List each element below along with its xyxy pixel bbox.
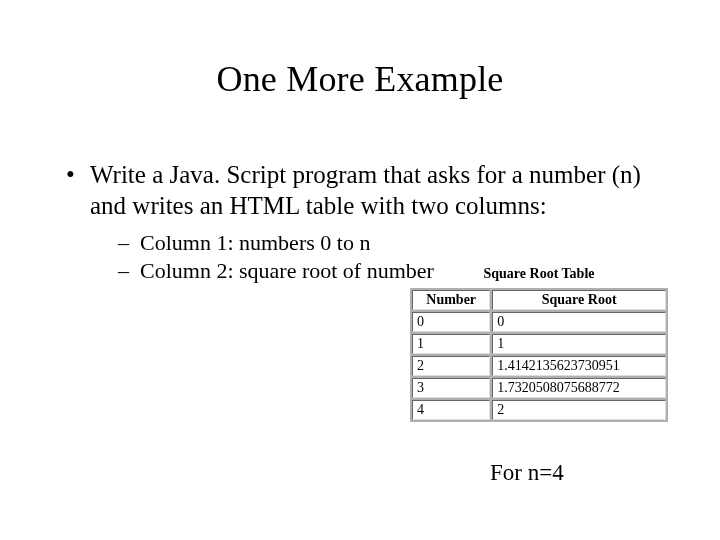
cell-number: 0	[412, 312, 490, 332]
sqrt-table: Number Square Root 0 0 1 1 2 1.414213562…	[410, 288, 668, 422]
col-header-number: Number	[412, 290, 490, 310]
cell-sqrt: 1.7320508075688772	[492, 378, 666, 398]
cell-number: 2	[412, 356, 490, 376]
cell-number: 4	[412, 400, 490, 420]
figure-caption: For n=4	[490, 460, 564, 486]
table-row: 2 1.4142135623730951	[412, 356, 666, 376]
cell-sqrt: 2	[492, 400, 666, 420]
sub-item: Column 1: numbers 0 to n	[90, 229, 480, 257]
cell-sqrt: 1.4142135623730951	[492, 356, 666, 376]
table-row: 4 2	[412, 400, 666, 420]
cell-number: 3	[412, 378, 490, 398]
bullet-text: Write a Java. Script program that asks f…	[90, 161, 641, 219]
figure-title: Square Root Table	[410, 266, 668, 282]
slide: One More Example Write a Java. Script pr…	[0, 0, 720, 540]
sqrt-figure: Square Root Table Number Square Root 0 0…	[410, 266, 668, 422]
table-row: 1 1	[412, 334, 666, 354]
table-row: 3 1.7320508075688772	[412, 378, 666, 398]
cell-number: 1	[412, 334, 490, 354]
table-row: 0 0	[412, 312, 666, 332]
cell-sqrt: 1	[492, 334, 666, 354]
cell-sqrt: 0	[492, 312, 666, 332]
table-header-row: Number Square Root	[412, 290, 666, 310]
slide-title: One More Example	[0, 0, 720, 100]
col-header-sqrt: Square Root	[492, 290, 666, 310]
